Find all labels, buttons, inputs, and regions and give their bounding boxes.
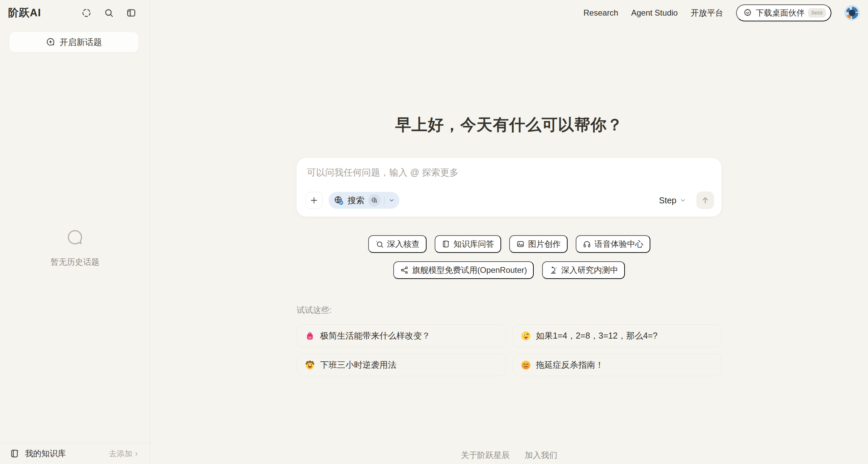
attach-button[interactable] bbox=[305, 192, 322, 209]
history-empty-state: 暂无历史话题 bbox=[0, 53, 150, 443]
composer-card: 搜索 bbox=[297, 158, 722, 217]
sidebar-toggle-icon[interactable] bbox=[126, 8, 136, 18]
beta-badge: beta bbox=[808, 8, 826, 18]
prompt-input[interactable] bbox=[307, 167, 711, 178]
new-topic-button[interactable]: 开启新话题 bbox=[9, 32, 139, 53]
suggestions-title: 试试这些: bbox=[297, 305, 722, 316]
chip-knowledge-qa[interactable]: 知识库问答 bbox=[435, 235, 501, 253]
globe-check-icon bbox=[334, 195, 344, 205]
headphones-icon bbox=[583, 240, 591, 248]
new-topic-label: 开启新话题 bbox=[60, 37, 102, 48]
book-icon bbox=[9, 448, 20, 459]
footer-about-link[interactable]: 关于阶跃星辰 bbox=[461, 450, 510, 461]
suggestion-card-after-work[interactable]: 下班三小时逆袭用法 bbox=[297, 354, 506, 376]
model-selector[interactable]: Step bbox=[659, 196, 686, 205]
avatar[interactable] bbox=[844, 5, 860, 21]
send-button[interactable] bbox=[696, 191, 714, 209]
promo-actions-row: 旗舰模型免费试用(OpenRouter) 深入研究内测中 bbox=[393, 261, 625, 279]
suggestions-grid: 极简生活能带来什么样改变？ 如果1=4，2=8， bbox=[297, 324, 722, 376]
composer-toolbar: 搜索 bbox=[305, 191, 714, 209]
notebook-icon bbox=[441, 240, 450, 248]
sidebar: 阶跃AI bbox=[0, 0, 150, 464]
search-label: 搜索 bbox=[348, 195, 364, 206]
empty-history-label: 暂无历史话题 bbox=[51, 257, 99, 267]
nav-research[interactable]: Research bbox=[584, 8, 618, 18]
search-scope-badge bbox=[368, 194, 380, 206]
plus-icon bbox=[310, 196, 318, 205]
nav-open-platform[interactable]: 开放平台 bbox=[691, 7, 723, 18]
main-area: Research Agent Studio 开放平台 下载桌面伙伴 beta bbox=[150, 0, 868, 464]
share-nodes-icon bbox=[400, 266, 409, 275]
web-search-toggle[interactable]: 搜索 bbox=[329, 192, 399, 209]
knowledge-base-add-link[interactable]: 去添加 › bbox=[109, 448, 138, 459]
new-session-icon[interactable] bbox=[81, 8, 92, 18]
chevron-down-icon[interactable] bbox=[388, 197, 395, 204]
download-desktop-button[interactable]: 下载桌面伙伴 beta bbox=[736, 4, 831, 21]
app-logo: 阶跃AI bbox=[8, 6, 41, 20]
chevron-right-icon: › bbox=[135, 449, 138, 458]
knowledge-base-label: 我的知识库 bbox=[25, 448, 66, 459]
model-label: Step bbox=[659, 196, 676, 205]
page-footer: 关于阶跃星辰 加入我们 bbox=[150, 450, 868, 461]
backpack-emoji bbox=[305, 331, 315, 341]
chip-deep-research-beta[interactable]: 深入研究内测中 bbox=[542, 261, 625, 279]
research-sparkle-icon bbox=[549, 266, 558, 275]
top-navigation: Research Agent Studio 开放平台 下载桌面伙伴 beta bbox=[150, 0, 868, 25]
quick-actions-row: 深入核查 知识库问答 bbox=[368, 235, 650, 253]
arrow-up-icon bbox=[701, 196, 710, 205]
knowledge-base-row[interactable]: 我的知识库 去添加 › bbox=[0, 443, 150, 464]
sidebar-header: 阶跃AI bbox=[0, 0, 150, 25]
chip-deep-check[interactable]: 深入核查 bbox=[368, 235, 427, 253]
suggestion-card-math-riddle[interactable]: 如果1=4，2=8，3=12，那么4=? bbox=[513, 324, 722, 347]
zany-face-emoji bbox=[521, 331, 531, 341]
chip-image-creation[interactable]: 图片创作 bbox=[509, 235, 568, 253]
star-face-icon bbox=[743, 8, 752, 18]
chip-voice-center[interactable]: 语音体验中心 bbox=[576, 235, 650, 253]
download-desktop-label: 下载桌面伙伴 bbox=[756, 7, 805, 18]
chat-bubble-icon bbox=[65, 228, 84, 247]
main-content: 早上好，今天有什么可以帮你？ bbox=[150, 25, 868, 376]
suggestion-card-procrastination[interactable]: 拖延症反杀指南！ bbox=[513, 354, 722, 376]
footer-join-link[interactable]: 加入我们 bbox=[525, 450, 557, 461]
search-icon[interactable] bbox=[104, 8, 114, 18]
curly-hair-laugh-emoji bbox=[305, 360, 315, 370]
chevron-down-icon bbox=[679, 197, 686, 204]
suggestion-card-minimalism[interactable]: 极简生活能带来什么样改变？ bbox=[297, 324, 506, 347]
image-icon bbox=[516, 240, 525, 248]
bubble-plus-icon bbox=[46, 37, 55, 47]
nav-agent-studio[interactable]: Agent Studio bbox=[631, 8, 677, 18]
chip-openrouter-trial[interactable]: 旗舰模型免费试用(OpenRouter) bbox=[393, 261, 534, 279]
app-root: 阶跃AI bbox=[0, 0, 868, 464]
suggestions-section: 试试这些: 极简生活能带来什么样改变？ bbox=[297, 305, 722, 376]
sidebar-header-icons bbox=[81, 8, 136, 18]
greeting-heading: 早上好，今天有什么可以帮你？ bbox=[395, 114, 623, 136]
pill-divider bbox=[384, 196, 384, 204]
magnifier-sparkle-icon bbox=[375, 240, 384, 248]
unamused-face-emoji bbox=[521, 360, 531, 370]
